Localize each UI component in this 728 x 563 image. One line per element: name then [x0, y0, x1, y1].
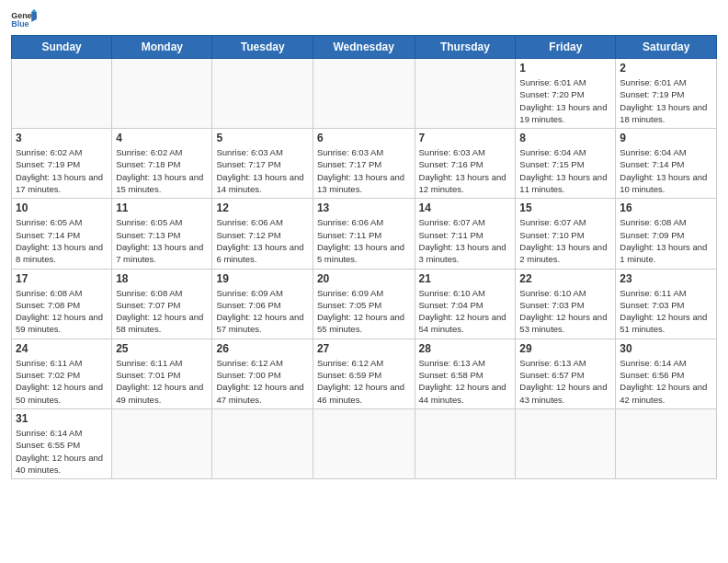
day-info: Sunrise: 6:14 AM Sunset: 6:55 PM Dayligh… — [16, 427, 108, 476]
day-info: Sunrise: 6:12 AM Sunset: 6:59 PM Dayligh… — [317, 357, 411, 406]
calendar-cell — [212, 408, 313, 478]
calendar-cell: 7Sunrise: 6:03 AM Sunset: 7:16 PM Daylig… — [415, 129, 516, 199]
day-number: 29 — [519, 342, 611, 355]
calendar-cell: 23Sunrise: 6:11 AM Sunset: 7:03 PM Dayli… — [616, 269, 717, 339]
calendar-cell — [313, 59, 415, 129]
day-number: 12 — [216, 201, 308, 214]
day-info: Sunrise: 6:11 AM Sunset: 7:03 PM Dayligh… — [620, 287, 712, 336]
header: General Blue — [11, 9, 717, 29]
calendar-cell — [415, 59, 516, 129]
day-number: 4 — [116, 132, 208, 144]
day-info: Sunrise: 6:07 AM Sunset: 7:10 PM Dayligh… — [519, 216, 611, 265]
day-info: Sunrise: 6:10 AM Sunset: 7:03 PM Dayligh… — [519, 287, 611, 336]
day-number: 13 — [317, 201, 411, 214]
day-info: Sunrise: 6:12 AM Sunset: 7:00 PM Dayligh… — [216, 357, 308, 406]
weekday-header-wednesday: Wednesday — [313, 36, 415, 59]
day-info: Sunrise: 6:09 AM Sunset: 7:06 PM Dayligh… — [216, 287, 308, 336]
calendar-cell: 15Sunrise: 6:07 AM Sunset: 7:10 PM Dayli… — [516, 199, 616, 269]
day-info: Sunrise: 6:09 AM Sunset: 7:05 PM Dayligh… — [317, 287, 411, 336]
day-info: Sunrise: 6:01 AM Sunset: 7:20 PM Dayligh… — [519, 76, 611, 125]
day-number: 18 — [116, 272, 208, 285]
day-number: 31 — [16, 412, 108, 425]
day-info: Sunrise: 6:04 AM Sunset: 7:14 PM Dayligh… — [620, 146, 712, 195]
calendar-cell: 16Sunrise: 6:08 AM Sunset: 7:09 PM Dayli… — [616, 199, 717, 269]
day-info: Sunrise: 6:01 AM Sunset: 7:19 PM Dayligh… — [620, 76, 712, 125]
day-number: 5 — [216, 132, 308, 144]
calendar-cell: 31Sunrise: 6:14 AM Sunset: 6:55 PM Dayli… — [12, 408, 112, 478]
day-info: Sunrise: 6:05 AM Sunset: 7:13 PM Dayligh… — [116, 216, 208, 265]
calendar-cell — [313, 408, 415, 478]
calendar-cell: 30Sunrise: 6:14 AM Sunset: 6:56 PM Dayli… — [616, 339, 717, 408]
day-number: 27 — [317, 342, 411, 355]
calendar-cell: 8Sunrise: 6:04 AM Sunset: 7:15 PM Daylig… — [516, 129, 616, 199]
calendar-cell: 22Sunrise: 6:10 AM Sunset: 7:03 PM Dayli… — [516, 269, 616, 339]
day-number: 8 — [519, 132, 611, 144]
day-number: 15 — [519, 201, 611, 214]
day-number: 20 — [317, 272, 411, 285]
calendar-cell: 5Sunrise: 6:03 AM Sunset: 7:17 PM Daylig… — [212, 129, 313, 199]
day-info: Sunrise: 6:02 AM Sunset: 7:19 PM Dayligh… — [16, 146, 108, 195]
calendar-cell: 3Sunrise: 6:02 AM Sunset: 7:19 PM Daylig… — [12, 129, 112, 199]
day-info: Sunrise: 6:03 AM Sunset: 7:16 PM Dayligh… — [419, 146, 512, 195]
day-number: 3 — [16, 132, 108, 144]
calendar-table: SundayMondayTuesdayWednesdayThursdayFrid… — [11, 35, 717, 479]
day-info: Sunrise: 6:02 AM Sunset: 7:18 PM Dayligh… — [116, 146, 208, 195]
calendar-cell — [516, 408, 616, 478]
calendar-cell — [212, 59, 313, 129]
day-info: Sunrise: 6:11 AM Sunset: 7:01 PM Dayligh… — [116, 357, 208, 406]
day-info: Sunrise: 6:10 AM Sunset: 7:04 PM Dayligh… — [419, 287, 512, 336]
calendar-cell: 25Sunrise: 6:11 AM Sunset: 7:01 PM Dayli… — [112, 339, 212, 408]
day-info: Sunrise: 6:13 AM Sunset: 6:57 PM Dayligh… — [519, 357, 611, 406]
weekday-header-tuesday: Tuesday — [212, 36, 313, 59]
calendar-cell — [415, 408, 516, 478]
day-number: 22 — [519, 272, 611, 285]
day-number: 2 — [620, 62, 712, 75]
day-number: 21 — [419, 272, 512, 285]
calendar-cell: 2Sunrise: 6:01 AM Sunset: 7:19 PM Daylig… — [616, 59, 717, 129]
day-number: 24 — [16, 342, 108, 355]
calendar-cell: 14Sunrise: 6:07 AM Sunset: 7:11 PM Dayli… — [415, 199, 516, 269]
svg-marker-2 — [31, 12, 37, 22]
day-number: 30 — [620, 342, 712, 355]
day-info: Sunrise: 6:03 AM Sunset: 7:17 PM Dayligh… — [317, 146, 411, 195]
day-number: 9 — [620, 132, 712, 144]
day-info: Sunrise: 6:08 AM Sunset: 7:07 PM Dayligh… — [116, 287, 208, 336]
calendar-cell: 17Sunrise: 6:08 AM Sunset: 7:08 PM Dayli… — [12, 269, 112, 339]
day-info: Sunrise: 6:08 AM Sunset: 7:08 PM Dayligh… — [16, 287, 108, 336]
day-number: 25 — [116, 342, 208, 355]
calendar-cell: 27Sunrise: 6:12 AM Sunset: 6:59 PM Dayli… — [313, 339, 415, 408]
day-number: 10 — [16, 201, 108, 214]
day-number: 14 — [419, 201, 512, 214]
day-info: Sunrise: 6:13 AM Sunset: 6:58 PM Dayligh… — [419, 357, 512, 406]
weekday-header-thursday: Thursday — [415, 36, 516, 59]
day-info: Sunrise: 6:06 AM Sunset: 7:11 PM Dayligh… — [317, 216, 411, 265]
calendar-cell — [112, 408, 212, 478]
calendar-cell: 10Sunrise: 6:05 AM Sunset: 7:14 PM Dayli… — [12, 199, 112, 269]
day-number: 17 — [16, 272, 108, 285]
day-info: Sunrise: 6:03 AM Sunset: 7:17 PM Dayligh… — [216, 146, 308, 195]
day-info: Sunrise: 6:08 AM Sunset: 7:09 PM Dayligh… — [620, 216, 712, 265]
calendar-cell — [12, 59, 112, 129]
day-number: 16 — [620, 201, 712, 214]
calendar-cell: 18Sunrise: 6:08 AM Sunset: 7:07 PM Dayli… — [112, 269, 212, 339]
day-number: 28 — [419, 342, 512, 355]
calendar-cell: 29Sunrise: 6:13 AM Sunset: 6:57 PM Dayli… — [516, 339, 616, 408]
day-number: 23 — [620, 272, 712, 285]
day-info: Sunrise: 6:14 AM Sunset: 6:56 PM Dayligh… — [620, 357, 712, 406]
calendar-cell: 1Sunrise: 6:01 AM Sunset: 7:20 PM Daylig… — [516, 59, 616, 129]
calendar-cell: 12Sunrise: 6:06 AM Sunset: 7:12 PM Dayli… — [212, 199, 313, 269]
weekday-header-sunday: Sunday — [12, 36, 112, 59]
calendar-cell: 20Sunrise: 6:09 AM Sunset: 7:05 PM Dayli… — [313, 269, 415, 339]
calendar-cell: 9Sunrise: 6:04 AM Sunset: 7:14 PM Daylig… — [616, 129, 717, 199]
calendar-cell: 28Sunrise: 6:13 AM Sunset: 6:58 PM Dayli… — [415, 339, 516, 408]
calendar-cell: 4Sunrise: 6:02 AM Sunset: 7:18 PM Daylig… — [112, 129, 212, 199]
generalblue-logo-icon: General Blue — [11, 9, 37, 29]
day-number: 1 — [519, 62, 611, 75]
calendar-cell: 11Sunrise: 6:05 AM Sunset: 7:13 PM Dayli… — [112, 199, 212, 269]
calendar-cell: 6Sunrise: 6:03 AM Sunset: 7:17 PM Daylig… — [313, 129, 415, 199]
calendar-cell: 24Sunrise: 6:11 AM Sunset: 7:02 PM Dayli… — [12, 339, 112, 408]
calendar-cell: 21Sunrise: 6:10 AM Sunset: 7:04 PM Dayli… — [415, 269, 516, 339]
day-number: 26 — [216, 342, 308, 355]
page: General Blue SundayMondayTuesdayWednesda… — [0, 0, 728, 563]
day-info: Sunrise: 6:05 AM Sunset: 7:14 PM Dayligh… — [16, 216, 108, 265]
